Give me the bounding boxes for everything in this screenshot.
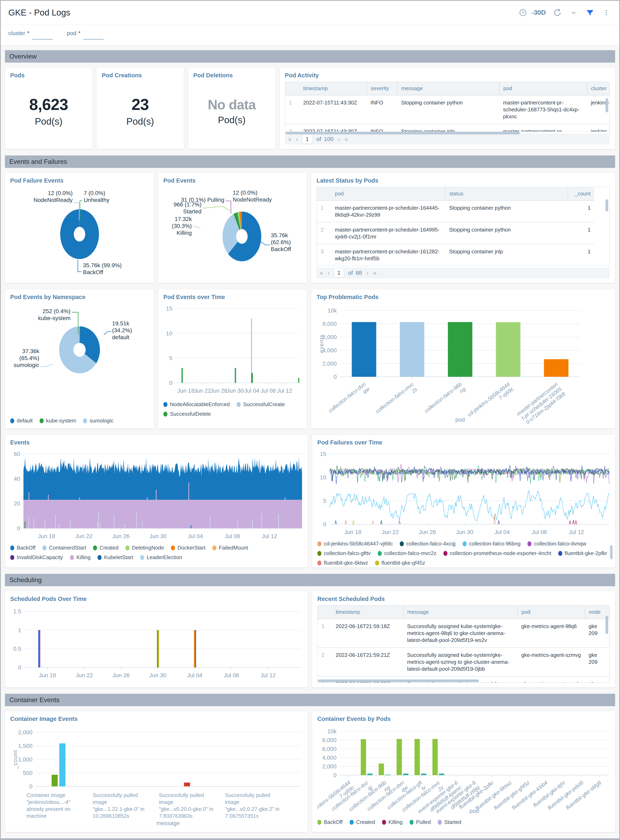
legend-item[interactable]: SuccessfulDelete xyxy=(163,411,211,417)
total-pages: 88 xyxy=(356,269,362,276)
legend-item[interactable]: fluentbit-gke-6ktwz xyxy=(318,560,368,565)
chevron-down-icon[interactable] xyxy=(569,8,578,17)
column-header[interactable]: pod xyxy=(518,606,585,619)
svg-text:cd-jenkins-5b58c46447-vj69c: cd-jenkins-5b58c46447-vj69c xyxy=(466,381,515,423)
clock-icon[interactable] xyxy=(518,8,528,17)
legend-item[interactable]: sumologic xyxy=(83,417,113,424)
vertical-scrollbar[interactable] xyxy=(605,199,608,212)
column-header[interactable]: pod xyxy=(500,82,587,95)
legend-item[interactable]: ContainerdStart xyxy=(42,545,86,551)
legend-item[interactable]: fluentbit-gke-gf45z xyxy=(375,560,425,565)
legend-item[interactable]: Killing xyxy=(382,819,403,825)
svg-text:10: 10 xyxy=(166,330,172,337)
next-page-button[interactable]: › xyxy=(367,269,369,276)
column-header[interactable]: _count xyxy=(568,187,594,200)
prev-page-button[interactable]: ‹ xyxy=(328,269,330,276)
svg-text:Jun 18: Jun 18 xyxy=(39,672,56,679)
vertical-scrollbar[interactable] xyxy=(605,616,608,634)
legend-item[interactable]: cd-jenkins-5b58c46447-vj69c xyxy=(318,540,393,547)
kebab-menu-icon[interactable] xyxy=(602,8,611,17)
legend-item[interactable]: DeletingNode xyxy=(125,545,164,551)
recent-scheduled-pods-table: timestampmessagepodnode12022-06-16T21:59… xyxy=(318,605,610,683)
table-row[interactable]: 12022-06-16T21:59:18ZSuccessfully assign… xyxy=(318,619,610,648)
legend-item[interactable]: KubeletStart xyxy=(98,554,133,560)
pod-failure-events-donut: 12 (0.0%)NodeNotReady7 (0.0%)Unhealthy35… xyxy=(10,187,149,278)
table-row[interactable]: 1master-partnercontent-pr-scheduler-1644… xyxy=(317,200,594,222)
column-header[interactable]: message xyxy=(403,606,518,619)
refresh-icon[interactable] xyxy=(553,8,562,17)
prev-page-button[interactable]: ‹ xyxy=(296,135,298,143)
legend-item[interactable]: default xyxy=(10,417,33,424)
svg-text:8,000: 8,000 xyxy=(322,321,337,327)
legend-item[interactable]: Created xyxy=(93,545,119,551)
svg-text:Container image"jenkins/inbou.: Container image"jenkins/inbou...-4"alrea… xyxy=(27,792,70,819)
legend-item[interactable]: LeaderElection xyxy=(140,554,182,560)
legend-item[interactable]: Killing xyxy=(70,554,90,560)
legend-item[interactable]: FailedMount xyxy=(212,545,248,551)
column-header[interactable]: status xyxy=(445,187,568,200)
legend-item[interactable]: BackOff xyxy=(318,819,343,825)
legend-item[interactable]: collection-prometheus-node-exporter-4nch… xyxy=(443,550,551,557)
legend-item[interactable]: collection-falco-96bng xyxy=(462,540,521,547)
horizontal-scrollbar[interactable] xyxy=(318,679,479,682)
svg-text:2,000: 2,000 xyxy=(322,360,337,367)
svg-text:Successfully pulledimage"gke..: Successfully pulledimage"gke...v0.0.27-g… xyxy=(225,792,280,819)
pod-filter-input[interactable] xyxy=(83,32,104,40)
first-page-button[interactable]: « xyxy=(288,135,292,143)
column-header[interactable]: timestamp xyxy=(299,82,367,95)
svg-text:Jun 18: Jun 18 xyxy=(177,388,194,394)
vertical-scrollbar[interactable] xyxy=(605,98,608,112)
current-page[interactable]: 1 xyxy=(334,268,344,277)
legend-scrollbar[interactable] xyxy=(610,545,612,559)
legend-item[interactable]: BackOff xyxy=(10,545,36,551)
container-events-by-pods-panel: Container Events by Pods 02,0004,0006,00… xyxy=(312,711,615,832)
column-header[interactable]: message xyxy=(397,82,500,95)
cluster-filter-label: cluster xyxy=(8,30,25,36)
svg-text:Jun 22: Jun 22 xyxy=(382,529,399,535)
cluster-filter-input[interactable] xyxy=(32,32,53,40)
svg-text:Jul 04: Jul 04 xyxy=(495,529,510,535)
svg-text:Jun 18: Jun 18 xyxy=(344,529,361,535)
last-page-button[interactable]: » xyxy=(373,269,376,276)
legend-item[interactable]: kube-system xyxy=(39,417,76,424)
svg-text:5: 5 xyxy=(169,355,172,361)
table-row[interactable]: 3master-partnercontent-pr-scheduler-1612… xyxy=(317,244,594,266)
panel-title: Container Image Events xyxy=(10,715,302,722)
time-range-selector[interactable]: -30D xyxy=(532,9,546,16)
table-row[interactable]: 22022-06-16T21:59:21ZSuccessfully assign… xyxy=(318,648,610,676)
legend-item[interactable]: DockerStart xyxy=(171,545,205,551)
svg-text:12 (0.0%)NodeNotReady: 12 (0.0%)NodeNotReady xyxy=(34,190,72,203)
legend-item[interactable]: collection-falco-mvc2z xyxy=(378,550,436,557)
table-row[interactable]: 22022-07-15T11:43:30ZINFOStopping contai… xyxy=(285,124,610,132)
column-header[interactable]: cluster xyxy=(587,82,610,95)
legend-item[interactable]: Created xyxy=(349,819,375,825)
legend-item[interactable]: fluentbit-gke-2pfkr xyxy=(558,550,607,557)
table-row[interactable]: 12022-07-15T11:43:30ZINFOStopping contai… xyxy=(285,95,610,124)
svg-text:0: 0 xyxy=(29,783,32,790)
svg-text:60: 60 xyxy=(14,451,20,457)
legend-item[interactable]: InvalidDiskCapacity xyxy=(10,554,63,560)
required-mark: * xyxy=(78,30,80,36)
panel-title: Recent Scheduled Pods xyxy=(318,596,610,602)
legend-item[interactable]: Pulled xyxy=(409,819,431,825)
legend-item[interactable]: Started xyxy=(438,819,461,825)
horizontal-scrollbar[interactable] xyxy=(285,132,520,134)
legend-item[interactable]: collection-falco-gfttv xyxy=(318,550,371,557)
legend-item[interactable]: collection-falco-dvnqw xyxy=(527,540,586,547)
next-page-button[interactable]: › xyxy=(338,135,340,143)
last-page-button[interactable]: » xyxy=(345,135,348,143)
svg-text:10: 10 xyxy=(320,474,326,480)
current-page[interactable]: 1 xyxy=(302,135,312,144)
legend-item[interactable]: NodeAllocatableEnforced xyxy=(163,401,230,408)
legend-item[interactable]: collection-falco-4xcqj xyxy=(400,540,455,547)
svg-text:Jul 12: Jul 12 xyxy=(277,388,292,394)
svg-text:0.5: 0.5 xyxy=(13,646,21,652)
first-page-button[interactable]: « xyxy=(320,269,323,276)
table-row[interactable]: 2master-partnercontent-pr-scheduler-1649… xyxy=(317,222,594,244)
filter-icon[interactable] xyxy=(585,8,595,17)
column-header[interactable]: timestamp xyxy=(332,606,403,619)
svg-text:Jul 08: Jul 08 xyxy=(224,672,239,679)
column-header[interactable]: severity xyxy=(367,82,397,95)
column-header[interactable]: pod xyxy=(331,187,445,200)
legend-item[interactable]: SuccessfulCreate xyxy=(236,401,285,408)
